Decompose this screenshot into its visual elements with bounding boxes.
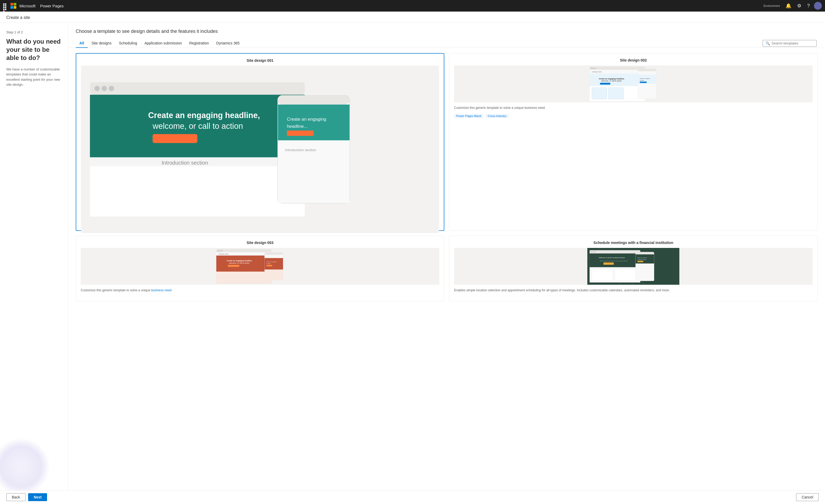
help-button[interactable]: ?	[806, 2, 811, 10]
tag-power-pages-blank: Power Pages Blank	[454, 114, 483, 118]
svg-text:headline...: headline...	[267, 263, 272, 264]
template-title-001: Site design 001	[81, 58, 439, 63]
step-indicator: Step 1 of 2	[6, 30, 62, 34]
back-button[interactable]: Back	[6, 493, 25, 501]
svg-rect-55	[265, 253, 283, 255]
template-preview-003: Company name Create an engaging headline…	[81, 248, 439, 285]
svg-rect-33	[609, 87, 624, 99]
svg-text:Welcome to [Insert Institution: Welcome to [Insert Institution Name]	[599, 257, 625, 259]
svg-point-44	[217, 250, 219, 251]
svg-rect-79	[636, 252, 654, 255]
template-desc-004: Enables simple location selection and ap…	[454, 288, 813, 293]
svg-rect-77	[615, 269, 637, 281]
svg-point-22	[591, 68, 592, 69]
svg-text:Create an engaging: Create an engaging	[287, 117, 326, 122]
svg-text:Create an engaging headline,: Create an engaging headline,	[148, 111, 260, 120]
svg-rect-21	[590, 67, 645, 70]
template-card-site-design-001[interactable]: Site design 001 Create an engaging headl…	[76, 53, 444, 231]
page-header: Create a site	[0, 12, 825, 23]
tab-registration[interactable]: Registration	[185, 39, 213, 48]
svg-rect-76	[592, 269, 613, 281]
svg-text:Book an appointment with one o: Book an appointment with one of our fina…	[600, 260, 628, 262]
cancel-button[interactable]: Cancel	[796, 493, 819, 501]
footer: Back Next Cancel	[0, 490, 825, 503]
svg-point-23	[593, 68, 594, 69]
svg-text:Create an engaging: Create an engaging	[267, 261, 277, 263]
template-desc-003: Customize this generic template to solve…	[81, 288, 439, 293]
svg-rect-36	[638, 71, 657, 75]
svg-text:Welcome to [Insert: Welcome to [Insert	[638, 257, 647, 258]
search-icon: 🔍	[766, 41, 770, 46]
app-launcher-icon[interactable]	[3, 3, 8, 8]
svg-text:Company name: Company name	[592, 71, 602, 73]
svg-text:Introduction section: Introduction section	[285, 148, 316, 152]
svg-text:headline...: headline...	[287, 124, 308, 129]
tab-scheduling[interactable]: Scheduling	[115, 39, 141, 48]
template-desc-link-003[interactable]: business need	[151, 288, 171, 292]
content-area: Choose a template to see design details …	[68, 23, 825, 490]
search-box[interactable]: 🔍	[763, 40, 817, 47]
svg-text:Introduction section: Introduction section	[161, 160, 208, 166]
svg-text:welcome, or call to action: welcome, or call to action	[601, 80, 622, 82]
svg-point-2	[94, 86, 100, 91]
content-title: Choose a template to see design details …	[76, 29, 818, 34]
search-input[interactable]	[772, 41, 814, 45]
svg-point-45	[219, 250, 221, 251]
template-card-schedule-meetings[interactable]: Schedule meetings with a financial insti…	[449, 235, 818, 301]
tab-application-submission[interactable]: Application submission	[141, 39, 185, 48]
template-desc-002: Customize this generic template to solve…	[454, 105, 813, 110]
sidebar-description: We have a number of customizable templat…	[6, 67, 62, 87]
svg-point-69	[593, 251, 594, 253]
svg-text:Create an engaging: Create an engaging	[640, 78, 650, 79]
svg-point-4	[109, 86, 114, 91]
svg-rect-35	[638, 69, 657, 71]
svg-point-24	[594, 68, 596, 69]
notifications-button[interactable]: 🔔	[784, 2, 793, 10]
template-card-site-design-003[interactable]: Site design 003 Company name	[76, 235, 444, 301]
template-title-004: Schedule meetings with a financial insti…	[454, 240, 813, 245]
template-tabs: All Site designs Scheduling Application …	[68, 39, 825, 48]
svg-rect-84	[636, 264, 654, 281]
svg-text:Create an engaging headline,: Create an engaging headline,	[227, 260, 252, 262]
top-navigation: Microsoft Power Pages Environment 🔔 ⚙ ?	[0, 0, 825, 12]
microsoft-logo	[10, 3, 16, 9]
tab-site-designs[interactable]: Site designs	[88, 39, 115, 48]
company-name: Microsoft	[19, 4, 35, 8]
environment-info: Environment	[763, 4, 780, 7]
svg-rect-43	[216, 249, 272, 252]
main-layout: Step 1 of 2 What do you need your site t…	[0, 23, 825, 490]
next-button[interactable]: Next	[28, 493, 47, 501]
svg-rect-83	[638, 261, 643, 262]
settings-button[interactable]: ⚙	[796, 2, 803, 10]
tab-all[interactable]: All	[76, 39, 88, 48]
svg-rect-52	[228, 265, 239, 267]
environment-label: Environment	[763, 4, 780, 7]
svg-point-70	[594, 251, 596, 253]
page-title: Create a site	[6, 15, 819, 20]
template-preview-004: Welcome to [Insert Institution Name] Boo…	[454, 248, 813, 285]
svg-rect-8	[152, 134, 197, 143]
product-name: Power Pages	[40, 4, 64, 8]
svg-rect-30	[600, 83, 610, 85]
svg-rect-56	[265, 255, 283, 258]
svg-rect-67	[590, 250, 641, 254]
sidebar-watermark	[0, 438, 50, 490]
template-card-site-design-002[interactable]: Site design 002 Company name	[449, 53, 818, 231]
user-avatar[interactable]	[814, 2, 822, 10]
svg-text:welcome, or call to action: welcome, or call to action	[152, 122, 243, 130]
svg-rect-1	[90, 82, 305, 95]
svg-rect-17	[287, 130, 314, 136]
svg-rect-74	[603, 263, 614, 265]
svg-text:Create an engaging headline,: Create an engaging headline,	[599, 78, 624, 80]
sidebar-heading: What do you need your site to be able to…	[6, 37, 62, 62]
svg-text:Institution Name]: Institution Name]	[638, 259, 646, 260]
template-title-002: Site design 002	[454, 58, 813, 62]
svg-rect-41	[638, 84, 657, 99]
svg-rect-13	[278, 96, 350, 104]
svg-rect-11	[90, 166, 305, 217]
tab-dynamics-365[interactable]: Dynamics 365	[213, 39, 243, 48]
svg-text:welcome, or call to action: welcome, or call to action	[229, 262, 250, 264]
template-title-003: Site design 003	[81, 240, 439, 245]
svg-text:headline...: headline...	[640, 80, 645, 81]
template-tags-002: Power Pages Blank Cross-Industry	[454, 114, 813, 118]
